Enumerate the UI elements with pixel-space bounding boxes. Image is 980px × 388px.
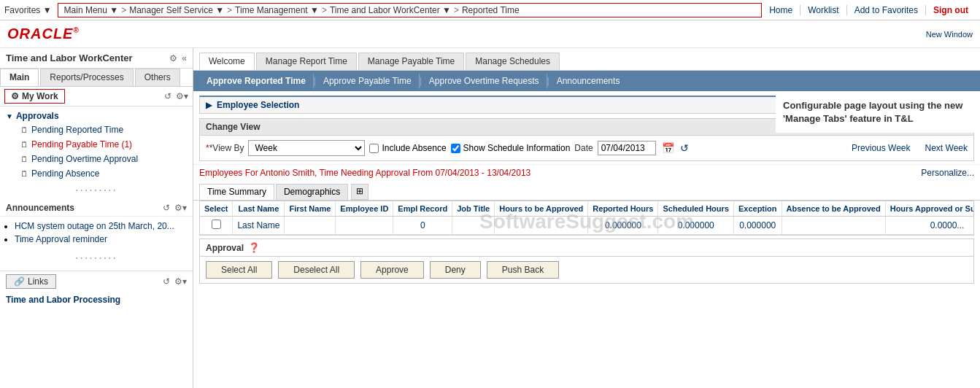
employee-selection-label[interactable]: Employee Selection <box>217 100 299 110</box>
refresh-links-icon[interactable]: ↺ <box>163 276 170 287</box>
cell-last-name: Last Name <box>233 217 285 235</box>
gear-icon[interactable]: ⚙ <box>169 53 177 63</box>
link-icon: 🔗 <box>14 276 25 287</box>
pending-overtime-item[interactable]: 🗒 Pending Overtime Approval <box>0 152 193 166</box>
tab-manage-schedules[interactable]: Manage Schedules <box>466 53 560 70</box>
links-icons[interactable]: ↺ ⚙▾ <box>163 276 187 287</box>
tab-manage-report-time[interactable]: Manage Report Time <box>256 53 357 70</box>
show-schedule-checkbox[interactable] <box>451 144 460 153</box>
announcements-bar: Announcements ↺ ⚙▾ <box>0 200 193 217</box>
oracle-header: ORACLE® New Window <box>0 20 980 48</box>
data-tab-demographics[interactable]: Demographics <box>276 184 348 200</box>
include-absence-checkbox[interactable] <box>369 144 379 153</box>
breadcrumb-tlwc[interactable]: Time and Labor WorkCenter ▼ <box>330 5 451 15</box>
row-checkbox[interactable] <box>212 220 221 229</box>
top-right-nav: Home Worklist Add to Favorites Sign out <box>762 5 976 15</box>
oracle-logo: ORACLE® <box>7 26 80 42</box>
breadcrumb-mss[interactable]: Manager Self Service ▼ <box>129 5 224 15</box>
deny-button[interactable]: Deny <box>430 261 481 279</box>
page-icon-2: 🗒 <box>20 140 28 149</box>
previous-week-link[interactable]: Previous Week <box>852 143 910 153</box>
view-by-select[interactable]: Week Day Month <box>248 140 365 156</box>
settings-ann-icon[interactable]: ⚙▾ <box>174 203 187 213</box>
worklist-link[interactable]: Worklist <box>800 5 846 15</box>
employees-for-bar: Employees For Antonio Smith, Time Needin… <box>193 164 980 181</box>
sidebar-tab-main[interactable]: Main <box>0 69 39 86</box>
page-icon-3: 🗒 <box>20 155 28 163</box>
emp-expand-icon[interactable]: ▶ <box>206 100 212 110</box>
refresh-date-icon[interactable]: ↺ <box>680 142 689 154</box>
pending-absence-label: Pending Absence <box>31 168 99 179</box>
settings-icon[interactable]: ⚙▾ <box>176 91 188 101</box>
help-icon[interactable]: ❓ <box>248 242 260 253</box>
sub-tab-approve-overtime[interactable]: Approve Overtime Requests <box>422 74 547 88</box>
sub-tab-approve-payable[interactable]: Approve Payable Time <box>316 74 420 88</box>
tab-welcome[interactable]: Welcome <box>199 53 255 70</box>
select-all-button[interactable]: Select All <box>206 261 272 279</box>
personalize-link[interactable]: Personalize... <box>921 168 974 178</box>
tab-manage-payable-time[interactable]: Manage Payable Time <box>358 53 464 70</box>
approval-section: Approval ❓ Select All Deselect All Appro… <box>199 238 974 284</box>
ann-link-1[interactable]: HCM system outage on 25th March, 20... <box>15 221 174 231</box>
refresh-icon[interactable]: ↺ <box>164 91 171 101</box>
col-last-name[interactable]: Last Name <box>233 201 285 217</box>
data-tab-time-summary[interactable]: Time Summary <box>199 184 274 200</box>
links-button[interactable]: 🔗 Links <box>6 274 56 289</box>
content-inner: ▶ Employee Selection Change View **View … <box>193 91 980 388</box>
pending-absence-item[interactable]: 🗒 Pending Absence <box>0 166 193 181</box>
ann-link-2[interactable]: Time Approval reminder <box>15 234 107 244</box>
table-row: Last Name 0 0.000000 0.000000 0.000000 0… <box>200 217 974 235</box>
col-scheduled-hours[interactable]: Scheduled Hours <box>658 201 733 217</box>
ann-item-2[interactable]: Time Approval reminder <box>15 233 187 246</box>
my-work-label[interactable]: ⚙ My Work <box>4 89 65 104</box>
show-schedule-row: Show Schedule Information <box>451 143 571 153</box>
collapse-icon[interactable]: « <box>182 53 187 63</box>
col-absence[interactable]: Absence to be Approved <box>782 201 885 217</box>
breadcrumb-tm[interactable]: Time Management ▼ <box>235 5 319 15</box>
sub-tab-announcements[interactable]: Announcements <box>549 74 628 88</box>
change-view-body: **View By Week Day Month Include Absence <box>200 136 973 160</box>
sidebar-tab-others[interactable]: Others <box>135 69 180 86</box>
col-first-name[interactable]: First Name <box>285 201 336 217</box>
refresh-ann-icon[interactable]: ↺ <box>163 203 170 213</box>
favorites-button[interactable]: Favorites ▼ <box>4 5 52 15</box>
sidebar-tab-reports[interactable]: Reports/Processes <box>40 69 133 86</box>
table-header: Select Last Name First Name Employee ID … <box>200 201 974 217</box>
col-hours-approved[interactable]: Hours to be Approved <box>495 201 588 217</box>
approval-label: Approval <box>206 243 244 253</box>
add-to-favorites-link[interactable]: Add to Favorites <box>847 5 926 15</box>
my-work-icons[interactable]: ↺ ⚙▾ <box>164 91 188 101</box>
ann-icons[interactable]: ↺ ⚙▾ <box>163 203 187 213</box>
data-tabs: Time Summary Demographics ⊞ <box>193 181 980 201</box>
breadcrumb-mainmenu[interactable]: Main Menu ▼ <box>64 5 119 15</box>
cell-hours-approved <box>495 217 588 235</box>
data-tab-grid-icon[interactable]: ⊞ <box>351 184 369 200</box>
pending-payable-time-item[interactable]: 🗒 Pending Payable Time (1) <box>0 137 193 152</box>
approvals-section-header[interactable]: ▼ Approvals <box>0 106 193 123</box>
col-empl-record[interactable]: Empl Record <box>393 201 452 217</box>
next-week-link[interactable]: Next Week <box>925 143 968 153</box>
col-hours-submitted[interactable]: Hours Approved or Submitted <box>885 201 974 217</box>
home-link[interactable]: Home <box>762 5 800 15</box>
time-labor-link[interactable]: Time and Labor Processing <box>0 292 193 308</box>
col-employee-id[interactable]: Employee ID <box>336 201 393 217</box>
col-reported-hours[interactable]: Reported Hours <box>588 201 658 217</box>
cell-select[interactable] <box>200 217 233 235</box>
calendar-icon[interactable]: 📅 <box>662 142 674 154</box>
date-input[interactable] <box>598 141 656 155</box>
pending-reported-time-item[interactable]: 🗒 Pending Reported Time <box>0 123 193 137</box>
new-window-link[interactable]: New Window <box>926 30 973 39</box>
ann-item-1[interactable]: HCM system outage on 25th March, 20... <box>15 220 187 233</box>
breadcrumb: Main Menu ▼ > Manager Self Service ▼ > T… <box>58 3 763 18</box>
settings-links-icon[interactable]: ⚙▾ <box>174 276 187 287</box>
approve-button[interactable]: Approve <box>360 261 424 279</box>
deselect-all-button[interactable]: Deselect All <box>278 261 355 279</box>
sidebar-title-icons[interactable]: ⚙ « <box>169 53 187 63</box>
col-job-title[interactable]: Job Title <box>452 201 495 217</box>
sub-tab-approve-reported[interactable]: Approve Reported Time <box>199 74 314 88</box>
sign-out-link[interactable]: Sign out <box>926 5 976 15</box>
announcements-list: HCM system outage on 25th March, 20... T… <box>0 217 193 249</box>
col-exception[interactable]: Exception <box>733 201 782 217</box>
show-schedule-label: Show Schedule Information <box>463 143 571 153</box>
push-back-button[interactable]: Push Back <box>487 261 559 279</box>
